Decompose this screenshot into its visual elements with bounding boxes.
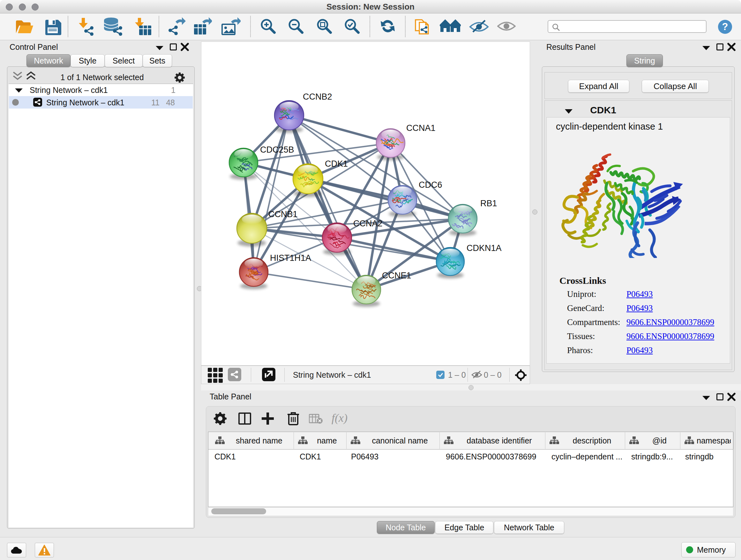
svg-text:CDK1: CDK1 <box>325 159 348 169</box>
svg-text:CDC25B: CDC25B <box>260 145 294 154</box>
svg-text:CDC6: CDC6 <box>419 180 442 190</box>
svg-text:CDKN1A: CDKN1A <box>467 243 502 253</box>
svg-text:RB1: RB1 <box>480 199 497 208</box>
svg-text:CCNE1: CCNE1 <box>382 271 411 280</box>
svg-text:HIST1H1A: HIST1H1A <box>270 253 311 263</box>
svg-text:CCNA1: CCNA1 <box>406 123 435 133</box>
svg-text:CCNB1: CCNB1 <box>268 209 298 219</box>
svg-text:CCNB2: CCNB2 <box>303 92 332 102</box>
svg-text:CCNA2: CCNA2 <box>353 219 383 228</box>
